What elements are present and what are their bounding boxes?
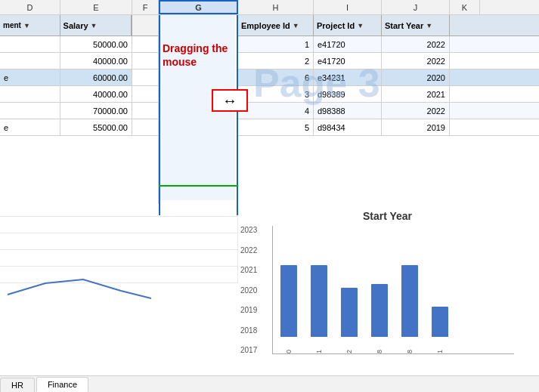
col-j-header: J: [382, 0, 450, 14]
salary-row: e 60000.00: [0, 69, 132, 86]
salary-cell: 40000.00: [60, 53, 132, 69]
sheet-tabs: HR Finance: [0, 375, 539, 392]
bar-group-0: 0: [280, 265, 297, 353]
start-year-header: Start Year ▼: [382, 15, 450, 35]
start-year-cell: 2022: [382, 53, 450, 69]
emp-id-cell: 4: [238, 103, 314, 119]
salary-row: 70000.00: [0, 103, 132, 119]
f-row: [132, 53, 158, 69]
salary-filter-arrow[interactable]: ▼: [91, 22, 98, 29]
start-year-cell: 2019: [382, 119, 450, 135]
salary-cell: 60000.00: [60, 69, 132, 85]
proj-id-cell: d98389: [314, 86, 382, 102]
col-g-header: G: [159, 0, 238, 14]
startyear-filter-arrow[interactable]: ▼: [426, 22, 432, 29]
salary-header: Salary ▼: [60, 15, 132, 35]
projid-filter-arrow[interactable]: ▼: [357, 22, 364, 29]
f-row: [132, 69, 158, 86]
sheet-tab-hr[interactable]: HR: [0, 378, 35, 392]
col-h-header: H: [238, 0, 314, 14]
dept-cell: e: [0, 119, 60, 135]
emp-id-cell: 1: [238, 36, 314, 52]
proj-id-cell: e41720: [314, 53, 382, 69]
start-year-cell: 2022: [382, 36, 450, 52]
chart-bar: [341, 288, 358, 337]
grid-row: [0, 200, 238, 217]
f-row: [132, 103, 158, 119]
dept-filter-arrow[interactable]: ▼: [23, 22, 30, 29]
chart-bar: [432, 307, 448, 337]
chart-area: Start Year 2023 2022 2021 2020 2019 2018…: [238, 204, 537, 392]
chart-bar: [371, 284, 388, 337]
bar-group-2: 2: [341, 288, 358, 353]
chart-bar: [280, 265, 297, 337]
emp-id-cell: 5: [238, 119, 314, 135]
start-year-cell: 2022: [382, 103, 450, 119]
line-chart-area: [0, 257, 151, 347]
salary-cell: 55000.00: [60, 119, 132, 135]
y-label: 2019: [240, 306, 257, 314]
data-panel: Employee Id ▼ Project Id ▼ Start Year ▼ …: [238, 15, 539, 136]
y-label: 2020: [240, 286, 257, 295]
bar-group-4: 8: [401, 265, 418, 353]
data-row: 6 e34231 2020: [238, 69, 539, 86]
chart-y-labels: 2023 2022 2021 2020 2019 2018 2017: [240, 226, 257, 354]
dept-cell: [0, 86, 60, 102]
salary-cell: 50000.00: [60, 36, 132, 52]
f-row: [132, 36, 158, 53]
project-id-header: Project Id ▼: [314, 15, 382, 35]
x-label: 1: [315, 340, 323, 353]
y-label: 2023: [240, 226, 257, 234]
x-label: 8: [406, 340, 414, 353]
y-label: 2022: [240, 246, 257, 255]
bar-group-5: 1: [432, 307, 448, 353]
spreadsheet: D E F G H I J K ment ▼ Salary ▼ 50000.00: [0, 0, 539, 392]
chart-bar: [401, 265, 418, 337]
start-year-cell: 2020: [382, 69, 450, 85]
drag-cursor-box: ↔: [212, 89, 248, 112]
data-header-row: Employee Id ▼ Project Id ▼ Start Year ▼: [238, 15, 539, 36]
col-e-header: E: [60, 0, 132, 14]
dept-header: ment ▼: [0, 15, 60, 35]
bar-group-1: 1: [311, 265, 327, 353]
y-label: 2018: [240, 326, 257, 335]
proj-id-cell: d98434: [314, 119, 382, 135]
chart-bars-area: 0 1 2 8 8: [272, 226, 514, 354]
salary-header-row: ment ▼ Salary ▼: [0, 15, 132, 36]
bar-group-3: 8: [371, 284, 388, 353]
salary-cell: 70000.00: [60, 103, 132, 119]
x-label: 1: [436, 340, 444, 353]
f-row: [132, 86, 158, 103]
chart-inner: 2023 2022 2021 2020 2019 2018 2017 0 1: [272, 226, 514, 373]
y-label: 2021: [240, 266, 257, 274]
f-row: [132, 119, 158, 136]
data-row: 1 e41720 2022: [238, 36, 539, 53]
grid-row: [0, 233, 238, 250]
x-label: 2: [345, 340, 353, 353]
salary-row: e 55000.00: [0, 119, 132, 136]
col-i-header: I: [314, 0, 382, 14]
data-row: 5 d98434 2019: [238, 119, 539, 136]
salary-cell: 40000.00: [60, 86, 132, 102]
data-row: 4 d98388 2022: [238, 103, 539, 119]
f-header: [132, 15, 158, 36]
col-f-header: F: [132, 0, 159, 14]
x-label: 8: [376, 340, 383, 353]
emp-id-cell: 2: [238, 53, 314, 69]
dept-cell: e: [0, 69, 60, 85]
column-headers: D E F G H I J K: [0, 0, 539, 15]
sheet-tab-finance[interactable]: Finance: [36, 377, 88, 392]
proj-id-cell: e41720: [314, 36, 382, 52]
data-row: 3 d98389 2021: [238, 86, 539, 103]
empid-filter-arrow[interactable]: ▼: [293, 22, 299, 29]
start-year-cell: 2021: [382, 86, 450, 102]
data-row: 2 e41720 2022: [238, 53, 539, 69]
y-label: 2017: [240, 346, 257, 354]
emp-id-cell: 6: [238, 69, 314, 85]
dept-cell: [0, 103, 60, 119]
chart-bar: [311, 265, 327, 337]
emp-id-cell: 3: [238, 86, 314, 102]
proj-id-cell: e34231: [314, 69, 382, 85]
x-label: 0: [285, 340, 293, 353]
col-g-bottom-border: [159, 185, 238, 187]
